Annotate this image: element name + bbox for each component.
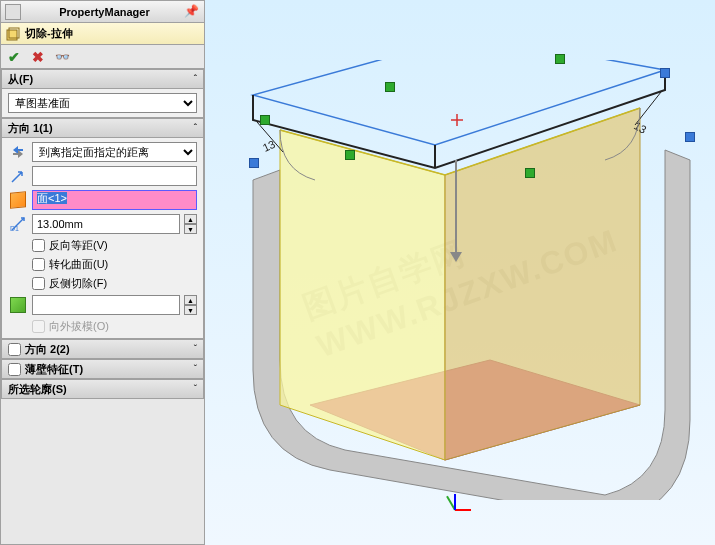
depth-spinner: ▲ ▼ — [184, 214, 197, 234]
chevron-down-icon: ˇ — [194, 364, 197, 375]
draft-angle-input[interactable] — [32, 295, 180, 315]
pin-icon[interactable]: 📌 — [184, 4, 200, 20]
drag-handle[interactable] — [525, 168, 535, 178]
drag-handle[interactable] — [345, 150, 355, 160]
chevron-up-icon: ˆ — [194, 74, 197, 85]
section-dir1-body: 到离指定面指定的距离 面<1> D1 ▲ ▼ 反向等距(V) — [1, 138, 204, 339]
section-dir1-label: 方向 1(1) — [8, 121, 53, 136]
depth-input[interactable] — [32, 214, 180, 234]
end-condition-select[interactable]: 到离指定面指定的距离 — [32, 142, 197, 162]
reverse-direction-icon[interactable] — [8, 142, 28, 162]
triad-icon[interactable] — [445, 490, 465, 510]
chevron-down-icon: ˇ — [194, 344, 197, 355]
face-selection-input[interactable]: 面<1> — [32, 190, 197, 210]
panel-menu-icon[interactable] — [5, 4, 21, 20]
panel-header: PropertyManager 📌 — [1, 1, 204, 23]
property-manager-panel: PropertyManager 📌 切除-拉伸 ✔ ✖ 👓 从(F) ˆ 草图基… — [0, 0, 205, 545]
section-dir1-header[interactable]: 方向 1(1) ˆ — [1, 118, 204, 138]
depth-spin-up[interactable]: ▲ — [184, 214, 197, 224]
drag-handle[interactable] — [660, 68, 670, 78]
draft-spin-down[interactable]: ▼ — [184, 305, 197, 315]
flip-side-label: 反侧切除(F) — [49, 276, 107, 291]
from-select[interactable]: 草图基准面 — [8, 93, 197, 113]
detailed-preview-button[interactable]: 👓 — [53, 48, 71, 66]
depth-spin-down[interactable]: ▼ — [184, 224, 197, 234]
translate-surface-label: 转化曲面(U) — [49, 257, 108, 272]
action-row: ✔ ✖ 👓 — [1, 45, 204, 69]
draft-outward-label: 向外拔模(O) — [49, 319, 109, 334]
section-from-header[interactable]: 从(F) ˆ — [1, 69, 204, 89]
section-thin-label: 薄壁特征(T) — [25, 362, 194, 377]
draft-spinner: ▲ ▼ — [184, 295, 197, 315]
section-dir2-label: 方向 2(2) — [25, 342, 194, 357]
svg-text:D1: D1 — [10, 225, 19, 232]
offset-distance-icon: D1 — [8, 214, 28, 234]
drag-handle[interactable] — [555, 54, 565, 64]
dir2-enable-checkbox[interactable] — [8, 343, 21, 356]
translate-surface-checkbox[interactable] — [32, 258, 45, 271]
3d-model[interactable]: 13 13 — [235, 60, 695, 500]
chevron-up-icon: ˆ — [194, 123, 197, 134]
drag-handle[interactable] — [385, 82, 395, 92]
drag-handle[interactable] — [685, 132, 695, 142]
flip-side-checkbox[interactable] — [32, 277, 45, 290]
reverse-offset-checkbox[interactable] — [32, 239, 45, 252]
drag-handle[interactable] — [249, 158, 259, 168]
drag-handle[interactable] — [260, 115, 270, 125]
face-surface-icon[interactable] — [8, 190, 28, 210]
draft-outward-checkbox — [32, 320, 45, 333]
draft-icon[interactable] — [8, 295, 28, 315]
direction-vector-icon[interactable] — [8, 166, 28, 186]
section-dir2-header[interactable]: 方向 2(2) ˇ — [1, 339, 204, 359]
draft-spin-up[interactable]: ▲ — [184, 295, 197, 305]
section-contours-label: 所选轮廓(S) — [8, 382, 67, 397]
cut-extrude-icon — [5, 26, 21, 42]
feature-name: 切除-拉伸 — [25, 26, 73, 41]
reverse-offset-label: 反向等距(V) — [49, 238, 108, 253]
3d-viewport[interactable]: 图片自学网 WWW.RJZXW.COM 13 13 — [205, 0, 715, 545]
section-from-label: 从(F) — [8, 72, 33, 87]
thin-enable-checkbox[interactable] — [8, 363, 21, 376]
section-contours-header[interactable]: 所选轮廓(S) ˇ — [1, 379, 204, 399]
section-thin-header[interactable]: 薄壁特征(T) ˇ — [1, 359, 204, 379]
feature-title-row: 切除-拉伸 — [1, 23, 204, 45]
section-from-body: 草图基准面 — [1, 89, 204, 118]
chevron-down-icon: ˇ — [194, 384, 197, 395]
direction-arrow-icon[interactable] — [455, 160, 457, 260]
dim-left: 13 — [261, 138, 277, 154]
ok-button[interactable]: ✔ — [5, 48, 23, 66]
cancel-button[interactable]: ✖ — [29, 48, 47, 66]
panel-title: PropertyManager — [25, 6, 184, 18]
direction-vector-input[interactable] — [32, 166, 197, 186]
